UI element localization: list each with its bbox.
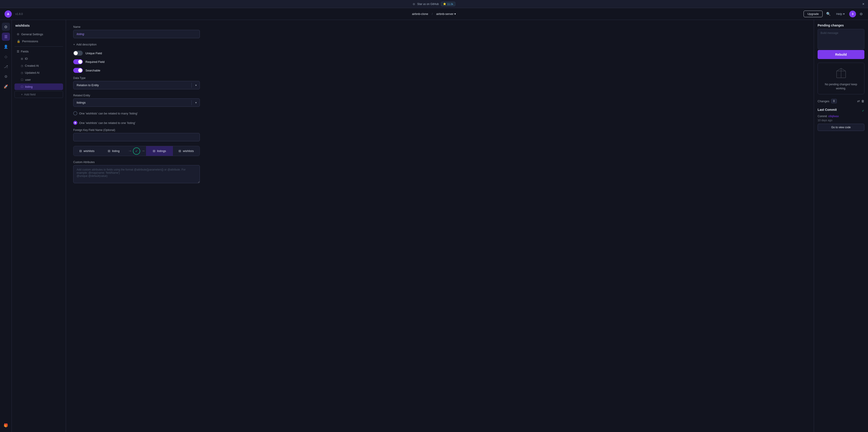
field-form: Name + Add description Unique Field [73,25,200,184]
commit-id: o9qllwax [828,115,839,118]
version-badge: v1.8.0 [16,12,23,16]
foreign-key-input[interactable] [73,133,200,141]
radio-many-circle [73,111,77,115]
changes-delete-button[interactable]: 🗑 [861,99,864,103]
sidebar-permissions[interactable]: 🔒 Permissions [14,38,63,45]
relation-node-label: wishlists [84,149,94,153]
relation-arrow: → [127,149,133,153]
relation-icon: ☐ [21,78,23,81]
related-entity-label: Related Entity [73,94,200,97]
related-entity-select[interactable]: listings [73,98,200,107]
required-field-thumb [78,60,82,64]
table-icon: ⊟ [153,149,155,153]
sidebar-field-created-at[interactable]: ◷ Created At [14,62,63,69]
searchable-toggle-row: Searchable [73,68,200,73]
relation-icon: ☐ [21,85,23,88]
sidebar-icon-git[interactable]: ⎇ [2,62,10,70]
sidebar-field-updated-at[interactable]: ◷ Updated At [14,69,63,76]
relation-type-radio-group: One 'wishlists' can be related to many '… [73,111,200,125]
unique-field-toggle-row: Unique Field [73,51,200,56]
plus-icon: + [73,43,75,46]
pending-changes-title: Pending changes [817,24,864,27]
field-listing-label: listing [25,85,33,88]
header-center: airbnb-clone / airbnb-server ▾ [410,11,458,17]
relation-diagram: ⊟ wishlists ⊟ listing → ✓ → ⊟ listings ⊟… [73,146,200,156]
sidebar-general-settings[interactable]: ⚙ General Settings [14,31,63,37]
sidebar-icon-home[interactable]: ⊙ [2,23,10,31]
field-id-label: ID [25,57,28,60]
changes-actions: ⇄ 🗑 [857,99,864,103]
field-created-at-label: Created At [25,64,39,67]
changes-sync-button[interactable]: ⇄ [857,99,860,103]
go-to-code-button[interactable]: Go to view code [817,124,864,131]
sidebar-icon-database[interactable]: ☰ [2,33,10,41]
lock-icon: 🔒 [17,39,20,43]
box-icon [834,66,848,80]
upgrade-button[interactable]: Upgrade [804,11,823,17]
relation-node-wishlists-2: ⊟ wishlists [173,146,200,156]
field-updated-at-label: Updated At [25,71,39,75]
data-type-group: Data Type Relation to Entity ▾ [73,77,200,89]
name-label: Name [73,25,200,29]
unique-field-toggle[interactable] [73,51,83,56]
name-field-group: Name [73,25,200,38]
radio-one-label: One 'wishlists' can be related to one 'l… [79,121,135,125]
radio-one-circle [73,121,77,125]
server-name: airbnb-server [436,12,454,16]
changes-label: Changes [817,99,829,103]
general-settings-label: General Settings [21,33,43,36]
search-button[interactable]: 🔍 [825,11,832,17]
sidebar-icon-gift[interactable]: 🎁 [2,421,10,429]
custom-attributes-label: Custom Attributes [73,161,200,164]
custom-attributes-input[interactable] [73,165,200,183]
sidebar-field-listing[interactable]: ☐ listing [14,83,63,90]
add-description-button[interactable]: + Add description [73,43,200,46]
logo-button[interactable]: A [4,10,12,18]
relation-check: ✓ [133,147,140,155]
logout-button[interactable]: ⊖ [859,11,864,17]
table-icon: ⊟ [179,149,181,153]
data-type-select-wrapper: Relation to Entity ▾ [73,81,200,89]
project-selector[interactable]: airbnb-clone [410,11,430,17]
close-banner-button[interactable]: × [862,2,864,6]
searchable-thumb [78,68,82,73]
searchable-toggle[interactable] [73,68,83,73]
help-button[interactable]: Help ▾ [834,11,846,17]
server-selector[interactable]: airbnb-server ▾ [434,11,458,17]
commit-time: 10 days ago [817,119,864,122]
add-field-label: Add field [24,93,36,96]
no-changes-section: No pending changes! keep working. [817,63,864,94]
name-input[interactable] [73,30,200,38]
unique-field-label: Unique Field [86,52,102,55]
sidebar-field-user[interactable]: ☐ user [14,77,63,83]
separator: / [432,12,433,16]
icon-sidebar: ⊙ ☰ 👤 ◇ ⎇ ⚙ 🚀 🎁 [0,20,12,432]
add-field-button[interactable]: + Add field [14,91,63,98]
sidebar-divider [14,46,63,47]
changes-count: 0 [831,99,837,104]
no-changes-text: No pending changes! keep working. [822,82,861,90]
sidebar-field-id[interactable]: ⊞ ID [14,55,63,62]
chevron-down-icon: ▾ [843,12,845,16]
sidebar-icon-diamond[interactable]: ◇ [2,53,10,61]
last-commit-header: Last Commit ✓ [817,108,864,113]
foreign-key-label: Foreign Key Field Name (Optional) [73,128,200,132]
radio-one[interactable]: One 'wishlists' can be related to one 'l… [73,121,135,125]
required-field-toggle[interactable] [73,59,83,64]
sidebar-icon-users[interactable]: 👤 [2,42,10,51]
sidebar-icon-settings[interactable]: ⚙ [2,73,10,81]
github-icon: ⊙ [413,2,415,6]
sidebar-fields-section[interactable]: ☰ Fields [14,49,63,55]
build-message-input[interactable] [817,29,864,49]
star-badge[interactable]: ⭐ 11.0k [441,2,455,6]
user-avatar[interactable]: 3 [849,11,856,18]
permissions-label: Permissions [22,39,38,43]
relation-node-label: listings [157,149,166,153]
pending-changes-section: Pending changes Rebuild [817,24,864,59]
chevron-down-icon: ▾ [454,12,456,16]
data-type-select[interactable]: Relation to Entity [73,81,200,89]
clock-icon: ◷ [21,71,23,75]
radio-many[interactable]: One 'wishlists' can be related to many '… [73,111,138,115]
rebuild-button[interactable]: Rebuild [817,50,864,59]
sidebar-icon-rocket[interactable]: 🚀 [2,82,10,90]
